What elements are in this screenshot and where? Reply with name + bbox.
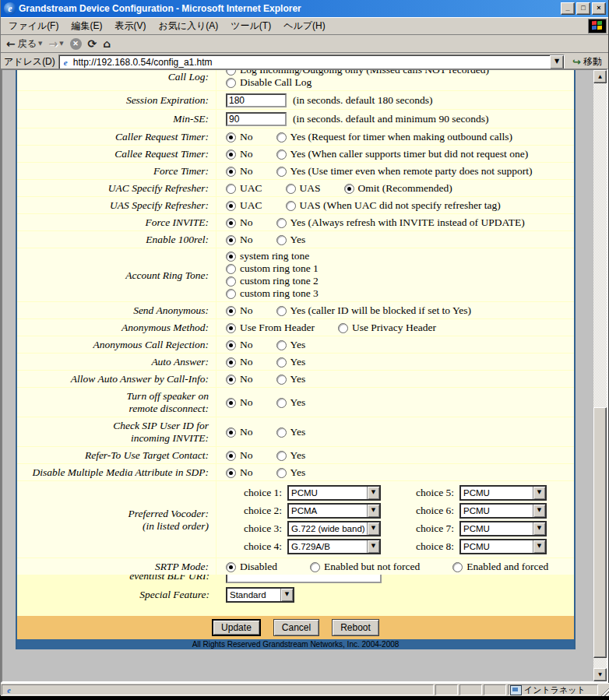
- menu-item-1[interactable]: 編集(E): [65, 18, 108, 34]
- srtp-mode-option-2-radio[interactable]: [452, 562, 463, 572]
- account-ring-tone-option-3[interactable]: custom ring tone 3: [226, 287, 319, 300]
- uas-specify-refresher-option-0[interactable]: UAC: [226, 199, 262, 212]
- uas-specify-refresher-option-0-radio[interactable]: [226, 201, 236, 211]
- session-expiration-option-0-input[interactable]: [226, 93, 287, 107]
- auto-answer-option-1[interactable]: Yes: [276, 356, 306, 368]
- caller-request-timer-option-0[interactable]: No: [226, 131, 253, 143]
- callee-request-timer-option-0[interactable]: No: [226, 148, 253, 160]
- force-invite-option-1-radio[interactable]: [276, 218, 287, 228]
- vocoder-choice-5-dropdown-icon[interactable]: ▼: [533, 487, 545, 499]
- disable-multiple-media-attribute-option-1-radio[interactable]: [276, 468, 287, 478]
- disable-multiple-media-attribute-option-0[interactable]: No: [226, 466, 253, 479]
- vocoder-choice-1[interactable]: PCMU▼: [287, 485, 381, 501]
- menu-item-0[interactable]: ファイル(F): [2, 18, 65, 34]
- force-invite-option-0-radio[interactable]: [226, 218, 236, 228]
- uac-specify-refresher-option-2[interactable]: Omit (Recommended): [344, 182, 452, 195]
- callee-request-timer-option-1-radio[interactable]: [276, 149, 287, 160]
- address-url[interactable]: http://192.168.0.54/config_a1.htm: [73, 57, 550, 68]
- vocoder-choice-6[interactable]: PCMU▼: [459, 503, 547, 519]
- account-ring-tone-option-0-radio[interactable]: [226, 252, 236, 262]
- srtp-mode-option-2[interactable]: Enabled and forced: [452, 561, 548, 573]
- account-ring-tone-option-0[interactable]: system ring tone: [226, 250, 309, 262]
- home-button[interactable]: ⌂: [100, 36, 113, 51]
- enable-100rel-option-1[interactable]: Yes: [276, 234, 306, 246]
- force-timer-option-0[interactable]: No: [226, 165, 253, 178]
- refer-to-use-target-contact-option-1-radio[interactable]: [276, 451, 287, 461]
- close-button[interactable]: ×: [592, 2, 606, 15]
- check-sip-user-id-option-1[interactable]: Yes: [276, 426, 306, 438]
- address-dropdown-button[interactable]: ▼: [550, 55, 564, 69]
- send-anonymous-option-0-radio[interactable]: [226, 306, 236, 316]
- turn-off-speaker-option-0[interactable]: No: [226, 396, 253, 409]
- back-dropdown-icon[interactable]: ▼: [38, 37, 42, 51]
- vocoder-choice-2-dropdown-icon[interactable]: ▼: [367, 505, 379, 517]
- cancel-button[interactable]: Cancel: [273, 619, 319, 636]
- vertical-scrollbar[interactable]: ▲ ▼: [593, 70, 607, 681]
- turn-off-speaker-option-0-radio[interactable]: [226, 398, 236, 408]
- anonymous-method-option-0-radio[interactable]: [226, 323, 236, 333]
- special-feature-option-0-select-dropdown-icon[interactable]: ▼: [280, 589, 293, 601]
- caller-request-timer-option-0-radio[interactable]: [226, 132, 236, 142]
- vocoder-choice-7-dropdown-icon[interactable]: ▼: [533, 522, 545, 535]
- turn-off-speaker-option-1[interactable]: Yes: [276, 396, 306, 409]
- refer-to-use-target-contact-option-0-radio[interactable]: [226, 451, 236, 461]
- menu-item-3[interactable]: お気に入り(A): [152, 18, 224, 34]
- srtp-mode-option-0-radio[interactable]: [226, 562, 236, 572]
- anonymous-method-option-0[interactable]: Use From Header: [226, 322, 315, 334]
- resize-grip[interactable]: [599, 684, 609, 696]
- vocoder-choice-6-dropdown-icon[interactable]: ▼: [533, 505, 545, 517]
- send-anonymous-option-0[interactable]: No: [226, 304, 253, 317]
- force-timer-option-1[interactable]: Yes (Use timer even when remote party do…: [276, 165, 533, 178]
- forward-button[interactable]: → ▼: [46, 36, 65, 51]
- uac-specify-refresher-option-1[interactable]: UAS: [286, 182, 321, 195]
- auto-answer-option-0-radio[interactable]: [226, 357, 236, 368]
- refresh-button[interactable]: ⟳: [86, 36, 100, 51]
- send-anonymous-option-1-radio[interactable]: [276, 306, 287, 316]
- vocoder-choice-3[interactable]: G.722 (wide band)▼: [287, 521, 381, 536]
- srtp-mode-option-0[interactable]: Disabled: [226, 561, 277, 573]
- anonymous-call-rejection-option-0-radio[interactable]: [226, 340, 236, 350]
- min-se-option-0-input[interactable]: [226, 112, 287, 126]
- refer-to-use-target-contact-option-0[interactable]: No: [226, 449, 253, 462]
- allow-auto-answer-by-call-info-option-1[interactable]: Yes: [276, 373, 306, 385]
- turn-off-speaker-option-1-radio[interactable]: [276, 398, 287, 408]
- force-timer-option-0-radio[interactable]: [226, 167, 236, 177]
- vocoder-choice-1-dropdown-icon[interactable]: ▼: [367, 487, 379, 499]
- disable-multiple-media-attribute-option-1[interactable]: Yes: [276, 466, 306, 479]
- account-ring-tone-option-2[interactable]: custom ring tone 2: [226, 275, 319, 287]
- address-input[interactable]: e http://192.168.0.54/config_a1.htm ▼: [58, 55, 565, 70]
- callee-request-timer-option-0-radio[interactable]: [226, 149, 236, 160]
- call-log-option-1[interactable]: Disable Call Log: [226, 76, 312, 89]
- disable-multiple-media-attribute-option-0-radio[interactable]: [226, 468, 236, 478]
- force-invite-option-0[interactable]: No: [226, 216, 253, 229]
- check-sip-user-id-option-0-radio[interactable]: [226, 427, 236, 438]
- vocoder-choice-5[interactable]: PCMU▼: [459, 485, 547, 501]
- menu-item-5[interactable]: ヘルプ(H): [277, 18, 332, 34]
- refer-to-use-target-contact-option-1[interactable]: Yes: [276, 449, 306, 462]
- anonymous-call-rejection-option-1-radio[interactable]: [276, 340, 287, 350]
- vocoder-choice-3-dropdown-icon[interactable]: ▼: [367, 522, 379, 535]
- maximize-button[interactable]: □: [576, 2, 590, 15]
- account-ring-tone-option-2-radio[interactable]: [226, 276, 236, 287]
- anonymous-call-rejection-option-1[interactable]: Yes: [276, 339, 306, 351]
- vocoder-choice-8[interactable]: PCMU▼: [459, 539, 547, 554]
- account-ring-tone-option-1[interactable]: custom ring tone 1: [226, 262, 319, 275]
- eventlist-blf-uri-option-0-input[interactable]: [226, 575, 382, 583]
- stop-button[interactable]: ✕: [68, 36, 84, 51]
- scroll-down-button[interactable]: ▼: [593, 668, 607, 681]
- anonymous-method-option-1[interactable]: Use Privacy Header: [338, 322, 436, 334]
- special-feature-option-0-select[interactable]: Standard▼: [226, 587, 294, 603]
- scrollbar-thumb[interactable]: [593, 407, 607, 658]
- allow-auto-answer-by-call-info-option-0[interactable]: No: [226, 373, 253, 385]
- uac-specify-refresher-option-1-radio[interactable]: [286, 184, 296, 194]
- check-sip-user-id-option-0[interactable]: No: [226, 426, 253, 438]
- enable-100rel-option-1-radio[interactable]: [276, 235, 287, 245]
- menu-item-2[interactable]: 表示(V): [108, 18, 152, 34]
- force-invite-option-1[interactable]: Yes (Always refresh with INVITE instead …: [276, 216, 525, 229]
- caller-request-timer-option-1[interactable]: Yes (Request for timer when making outbo…: [276, 131, 512, 143]
- forward-dropdown-icon[interactable]: ▼: [59, 37, 63, 51]
- srtp-mode-option-1[interactable]: Enabled but not forced: [310, 561, 420, 573]
- call-log-option-1-radio[interactable]: [226, 78, 236, 88]
- uas-specify-refresher-option-1-radio[interactable]: [286, 201, 296, 211]
- vocoder-choice-8-dropdown-icon[interactable]: ▼: [533, 540, 545, 553]
